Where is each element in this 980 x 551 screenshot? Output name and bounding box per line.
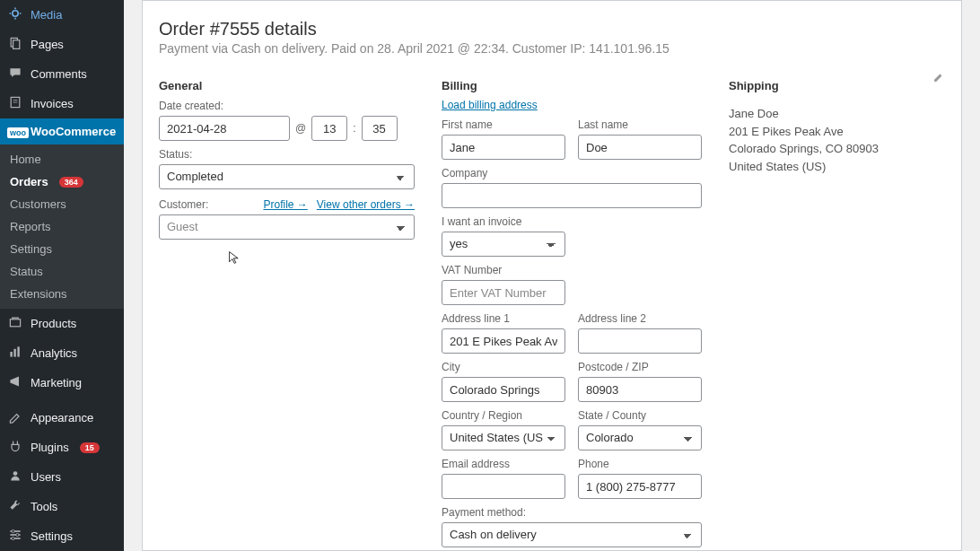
country-label: Country / Region <box>442 409 565 422</box>
status-select[interactable]: Completed <box>159 164 415 189</box>
addr2-input[interactable] <box>578 328 702 354</box>
postcode-label: Postcode / ZIP <box>578 361 702 373</box>
main-content: Order #7555 details Payment via Cash on … <box>124 0 980 551</box>
shipping-name: Jane Doe <box>729 105 945 123</box>
sidebar-item-marketing[interactable]: Marketing <box>0 368 124 398</box>
general-column: General Date created: @ : Status: Comple… <box>159 79 415 551</box>
date-created-input[interactable] <box>159 116 290 141</box>
sidebar-label: Appearance <box>31 411 93 424</box>
sidebar-sub-home[interactable]: Home <box>0 148 124 171</box>
sidebar-item-analytics[interactable]: Analytics <box>0 338 124 368</box>
addr1-input[interactable] <box>442 328 565 354</box>
sidebar-item-appearance[interactable]: Appearance <box>0 403 124 433</box>
sidebar-label: Settings <box>31 529 73 543</box>
sidebar-label: WooCommerce <box>31 125 116 138</box>
company-input[interactable] <box>442 183 702 208</box>
shipping-heading: Shipping <box>729 79 945 92</box>
svg-point-16 <box>12 537 14 539</box>
sidebar-item-settings[interactable]: Settings <box>0 521 124 551</box>
svg-rect-2 <box>13 40 20 49</box>
general-heading: General <box>159 79 415 92</box>
svg-point-10 <box>13 471 18 476</box>
svg-point-14 <box>12 529 14 532</box>
view-orders-link[interactable]: View other orders → <box>317 198 415 211</box>
payment-select[interactable]: Cash on delivery <box>442 522 702 547</box>
sidebar-label: Tools <box>31 500 57 513</box>
sidebar-label: Comments <box>31 67 87 81</box>
billing-column: Billing Load billing address First name … <box>442 79 702 551</box>
orders-count-badge: 364 <box>59 177 83 188</box>
admin-sidebar: Media Pages Comments Invoices <box>0 0 124 551</box>
products-icon <box>7 315 23 332</box>
sidebar-sub-orders[interactable]: Orders 364 <box>0 171 124 193</box>
sidebar-item-media[interactable]: Media <box>0 0 124 30</box>
sidebar-item-invoices[interactable]: Invoices <box>0 89 124 118</box>
settings-icon <box>7 528 23 545</box>
sidebar-item-tools[interactable]: Tools <box>0 492 124 521</box>
order-details-box: Order #7555 details Payment via Cash on … <box>142 0 962 551</box>
sidebar-sub-status[interactable]: Status <box>0 260 124 283</box>
postcode-input[interactable] <box>578 377 702 402</box>
svg-point-0 <box>13 11 18 16</box>
vat-input[interactable] <box>442 280 565 305</box>
phone-input[interactable] <box>578 474 702 499</box>
city-label: City <box>442 361 565 373</box>
shipping-line1: 201 E Pikes Peak Ave <box>729 123 945 141</box>
customer-select[interactable]: Guest <box>159 214 415 240</box>
addr1-label: Address line 1 <box>442 312 565 325</box>
sidebar-label: Plugins <box>31 441 69 454</box>
plugins-count-badge: 15 <box>80 442 100 453</box>
billing-heading: Billing <box>442 79 702 92</box>
email-input[interactable] <box>442 474 565 499</box>
status-label: Status: <box>159 148 415 161</box>
sidebar-sub-reports[interactable]: Reports <box>0 215 124 238</box>
date-created-label: Date created: <box>159 100 415 112</box>
shipping-line2: Colorado Springs, CO 80903 <box>729 140 945 158</box>
sidebar-sub-settings[interactable]: Settings <box>0 238 124 260</box>
marketing-icon <box>7 374 23 391</box>
email-label: Email address <box>442 458 565 470</box>
svg-rect-7 <box>10 352 12 357</box>
sidebar-item-woocommerce[interactable]: woo WooCommerce <box>0 118 124 144</box>
svg-rect-8 <box>13 349 15 357</box>
svg-rect-6 <box>10 319 20 327</box>
addr2-label: Address line 2 <box>578 312 702 325</box>
vat-label: VAT Number <box>442 264 702 276</box>
sidebar-item-users[interactable]: Users <box>0 462 124 492</box>
load-billing-link[interactable]: Load billing address <box>442 99 538 111</box>
hour-input[interactable] <box>311 116 347 141</box>
last-name-label: Last name <box>578 118 702 131</box>
users-icon <box>7 468 23 485</box>
city-input[interactable] <box>442 377 565 402</box>
sidebar-sub-customers[interactable]: Customers <box>0 193 124 215</box>
pages-icon <box>7 36 23 53</box>
invoice-select[interactable]: yes <box>442 232 565 257</box>
edit-shipping-icon[interactable] <box>932 71 945 86</box>
first-name-label: First name <box>442 118 565 131</box>
last-name-input[interactable] <box>578 135 702 160</box>
sidebar-sub-extensions[interactable]: Extensions <box>0 283 124 305</box>
first-name-input[interactable] <box>442 135 565 160</box>
country-select[interactable]: United States (US) <box>442 425 565 450</box>
media-icon <box>7 6 23 23</box>
sidebar-item-products[interactable]: Products <box>0 309 124 338</box>
shipping-column: Shipping Jane Doe 201 E Pikes Peak Ave C… <box>729 79 945 551</box>
minute-input[interactable] <box>362 116 398 141</box>
order-subtitle: Payment via Cash on delivery. Paid on 28… <box>159 41 945 56</box>
sidebar-item-pages[interactable]: Pages <box>0 30 124 59</box>
state-label: State / County <box>578 409 702 422</box>
sidebar-label: Pages <box>31 38 64 51</box>
phone-label: Phone <box>578 458 702 470</box>
state-select[interactable]: Colorado <box>578 425 702 450</box>
sidebar-item-plugins[interactable]: Plugins 15 <box>0 433 124 462</box>
sidebar-item-comments[interactable]: Comments <box>0 59 124 89</box>
profile-link[interactable]: Profile → <box>263 198 307 211</box>
analytics-icon <box>7 345 23 362</box>
invoices-icon <box>7 95 23 112</box>
customer-label: Customer: <box>159 198 208 211</box>
shipping-line3: United States (US) <box>729 158 945 176</box>
svg-point-15 <box>16 533 19 536</box>
sidebar-label: Products <box>31 317 76 330</box>
sidebar-label: Media <box>31 8 62 22</box>
payment-label: Payment method: <box>442 506 702 519</box>
